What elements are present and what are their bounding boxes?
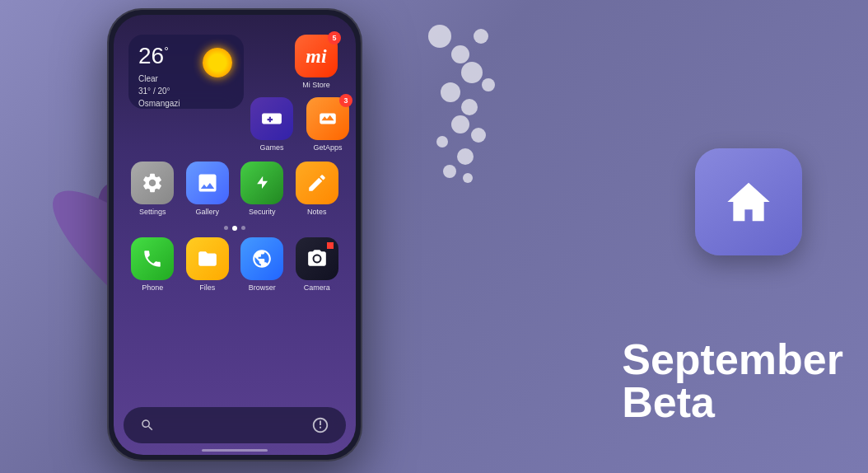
app-mi-store[interactable]: mi 5 Mi Store [292,35,341,89]
browser-icon [251,248,273,269]
search-icon[interactable] [140,418,155,433]
app-row-4: Phone Files Brow [114,237,356,292]
pagination-dots [114,226,356,231]
home-indicator [202,449,268,452]
files-label: Files [199,283,215,292]
getapps-badge: 3 [339,94,352,107]
mi-store-logo: mi [306,45,326,68]
getapps-label: GetApps [313,143,342,152]
app-gallery[interactable]: Gallery [183,162,232,216]
phone-frame: 26° Clear 31° / 20° Osmangazi mi 5 Mi St… [107,8,362,461]
phone-app-label: Phone [142,283,163,292]
weather-description: Clear 31° / 20° Osmangazi [138,73,234,110]
app-games[interactable]: Games [247,97,296,152]
camera-icon [306,248,328,269]
camera-label: Camera [304,283,330,292]
gallery-icon [196,171,219,194]
app-security[interactable]: Security [237,162,287,216]
dot-2 [232,226,237,231]
notes-label: Notes [307,208,327,216]
browser-label: Browser [249,283,276,292]
app-phone[interactable]: Phone [128,237,177,292]
app-row-3: Settings Gallery [114,162,356,216]
september-beta-text: September Beta [622,338,843,424]
gallery-label: Gallery [195,208,219,216]
notes-icon [306,172,328,194]
games-label: Games [259,143,283,152]
settings-icon [141,171,164,194]
weather-widget[interactable]: 26° Clear 31° / 20° Osmangazi [128,35,244,109]
camera-red-dot [327,242,334,249]
dot-1 [224,226,228,230]
house-icon [720,173,777,231]
dot-3 [241,226,245,230]
weather-sun-icon [203,48,232,77]
mi-store-badge: 5 [328,31,341,44]
app-getapps[interactable]: 3 GetApps [303,97,352,152]
security-icon [250,171,273,194]
settings-label: Settings [139,208,166,216]
phone-icon [142,248,163,269]
bottom-search-bar[interactable] [124,407,346,443]
games-icon [261,108,282,129]
aiqr-icon[interactable] [311,416,329,434]
getapps-icon [317,108,338,129]
app-notes[interactable]: Notes [292,162,342,216]
mi-store-label: Mi Store [302,81,330,89]
app-settings[interactable]: Settings [128,162,177,216]
home-app-icon[interactable] [695,148,802,255]
files-icon [197,248,218,269]
phone-screen: 26° Clear 31° / 20° Osmangazi mi 5 Mi St… [114,15,356,455]
security-label: Security [249,208,276,216]
beta-label: Beta [622,381,843,424]
app-files[interactable]: Files [183,237,232,292]
september-label: September [622,338,843,381]
svg-point-5 [314,256,320,262]
app-camera[interactable]: Camera [292,237,342,292]
app-browser[interactable]: Browser [237,237,287,292]
phone-mockup: 26° Clear 31° / 20° Osmangazi mi 5 Mi St… [107,8,371,465]
